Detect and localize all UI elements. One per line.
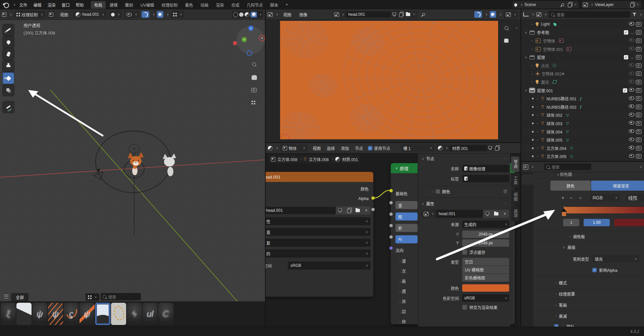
solid-shading-icon[interactable] — [239, 12, 244, 17]
ramp-interp-dropdown[interactable]: 线性∨ — [626, 194, 644, 201]
workspace-tab[interactable]: 纹理绘制 — [158, 1, 181, 9]
material-selector[interactable]: ∨ 材质.001 — [436, 144, 500, 152]
type-option[interactable]: UV 栅格图 — [462, 266, 509, 274]
falloff-shape-dropdown[interactable] — [490, 11, 496, 18]
collapse-icon[interactable]: ∨ — [395, 166, 398, 170]
hide-toggle[interactable] — [629, 121, 634, 126]
outliner-row[interactable]: › Light — [521, 20, 644, 29]
object-name[interactable]: NURBS路径.001 — [546, 96, 576, 101]
axis-z-neg-ball[interactable] — [247, 50, 252, 56]
outliner-row[interactable]: › 点光 — [521, 61, 644, 70]
hide-toggle[interactable] — [629, 138, 634, 142]
workspace-tab[interactable]: 建模 — [106, 1, 121, 9]
expand-icon[interactable]: › — [530, 64, 534, 67]
bsdf-input-slider[interactable]: 折 — [395, 224, 418, 232]
display-settings-dropdown[interactable]: ∨ — [86, 293, 99, 301]
object-name[interactable]: 空物体.001 — [543, 46, 563, 52]
chevron-down-icon[interactable]: ∨ — [640, 165, 642, 169]
collapsed-panel-header[interactable]: ›模式 — [554, 280, 567, 286]
image-texture-node[interactable]: head.001 颜色 Alpha head.001 × 性∨直∨复∨的∨ 空间… — [266, 172, 373, 297]
expand-icon[interactable]: › — [530, 39, 534, 42]
collapse-icon[interactable]: ‹ — [516, 26, 517, 30]
brush-selector[interactable]: ∨ — [109, 11, 122, 18]
menu-item[interactable]: 渲染 — [45, 1, 59, 9]
copy-icon[interactable] — [568, 3, 572, 7]
brush-asset[interactable]: ul — [143, 303, 158, 325]
type-option[interactable]: 空白 — [462, 258, 509, 266]
axis-x-ball[interactable]: X — [259, 35, 265, 41]
axis-y-ball[interactable]: Y — [241, 37, 247, 42]
image-name-field[interactable]: head.001 — [266, 207, 336, 214]
hide-toggle[interactable] — [629, 80, 634, 84]
tool-button[interactable] — [3, 36, 14, 48]
brush-asset[interactable] — [16, 303, 32, 325]
stop-index-field[interactable]: 1 — [563, 219, 579, 226]
expand-icon[interactable]: › — [535, 113, 539, 117]
scene-selector[interactable]: ∨ Scene × — [513, 1, 579, 8]
brush-asset[interactable]: ϛ — [64, 303, 79, 325]
exclude-checkbox[interactable]: ✓ — [624, 30, 628, 35]
mask-toggle-button[interactable] — [47, 11, 55, 18]
color-tab[interactable]: 颜色 — [550, 181, 591, 191]
source-dropdown[interactable]: 生成的∨ — [462, 221, 509, 228]
workspace-tab[interactable]: UV编辑 — [137, 1, 158, 9]
render-toggle[interactable] — [636, 63, 641, 68]
outliner-row[interactable]: › ▽ 球体.002 ▽ — [521, 111, 644, 119]
outliner-row[interactable]: › ▽ 球体.004 ▽ — [521, 128, 644, 136]
viewlayer-selector[interactable]: ∨ ViewLayer × — [582, 1, 641, 8]
image-name-field[interactable]: head.001 — [436, 210, 483, 218]
expand-icon[interactable]: › — [535, 105, 539, 108]
editor-type-icon[interactable] — [523, 12, 529, 16]
brush-asset[interactable]: C — [158, 303, 173, 325]
view-menu[interactable]: 视图 — [57, 11, 71, 18]
outliner-row[interactable]: › ▽ NURBS路径.002 ʃ — [521, 103, 644, 111]
add-stop-button[interactable]: + — [561, 195, 564, 200]
hide-toggle[interactable] — [629, 22, 634, 27]
render-toggle[interactable] — [636, 22, 641, 27]
socket[interactable] — [389, 212, 393, 216]
render-toggle[interactable] — [636, 105, 641, 109]
menu-icon[interactable] — [4, 295, 8, 299]
socket[interactable] — [389, 201, 393, 205]
socket[interactable] — [389, 235, 393, 239]
workspace-tab[interactable]: 脚本 — [267, 1, 281, 9]
properties-tab[interactable] — [522, 210, 532, 219]
ramp-options-dropdown[interactable]: ∨ — [579, 196, 581, 200]
menu-item[interactable]: 节点 — [352, 144, 366, 152]
properties-tab[interactable] — [522, 257, 532, 266]
menu-item[interactable]: 帮助 — [73, 1, 87, 9]
hide-toggle[interactable] — [629, 88, 634, 93]
hide-toggle[interactable] — [630, 30, 634, 35]
ramp-mode-dropdown[interactable]: RGB∨ — [590, 194, 620, 201]
ortho-grid-icon[interactable] — [252, 101, 255, 105]
expand-icon[interactable]: ∨ — [524, 89, 528, 92]
hide-toggle[interactable] — [629, 146, 634, 150]
brush-asset[interactable]: ϟ — [127, 303, 142, 325]
exclude-checkbox[interactable]: ✓ — [624, 55, 628, 59]
render-toggle[interactable] — [636, 96, 641, 101]
tool-button[interactable] — [3, 48, 14, 60]
object-name[interactable]: Light — [541, 22, 550, 27]
colorspace-dropdown[interactable]: sRGB∨ — [288, 261, 371, 270]
editor-type-icon[interactable] — [2, 12, 6, 17]
image-type-dropdown[interactable]: ∨ — [421, 210, 436, 218]
menu-item[interactable]: 文件 — [16, 1, 31, 9]
expand-icon[interactable]: › — [530, 72, 534, 76]
remove-stop-button[interactable]: − — [570, 195, 572, 200]
object-name[interactable]: 参考图 — [537, 30, 549, 35]
render-toggle[interactable] — [636, 71, 641, 76]
hide-toggle[interactable] — [629, 129, 634, 134]
fake-user-icon[interactable] — [488, 146, 492, 150]
breadcrumb-object[interactable]: 立方体.008 — [277, 156, 297, 162]
expand-icon[interactable]: ∨ — [524, 31, 528, 34]
object-name[interactable]: NURBS路径.002 — [546, 104, 576, 110]
ramp-handle-left[interactable] — [561, 211, 567, 217]
generated-color-swatch[interactable] — [462, 284, 509, 292]
bsdf-input-slider[interactable]: 糙 — [395, 212, 418, 221]
object-name[interactable]: 空物体.002 — [542, 71, 561, 77]
float-buffer-checkbox[interactable]: 浮点缓存 — [462, 249, 485, 255]
outliner-row[interactable]: ∨ 参考图 ✓ — [521, 29, 644, 37]
editor-type-icon[interactable] — [268, 12, 273, 17]
sidebar-tab[interactable]: 选项 — [511, 206, 519, 221]
color-ramp[interactable] — [564, 207, 644, 213]
